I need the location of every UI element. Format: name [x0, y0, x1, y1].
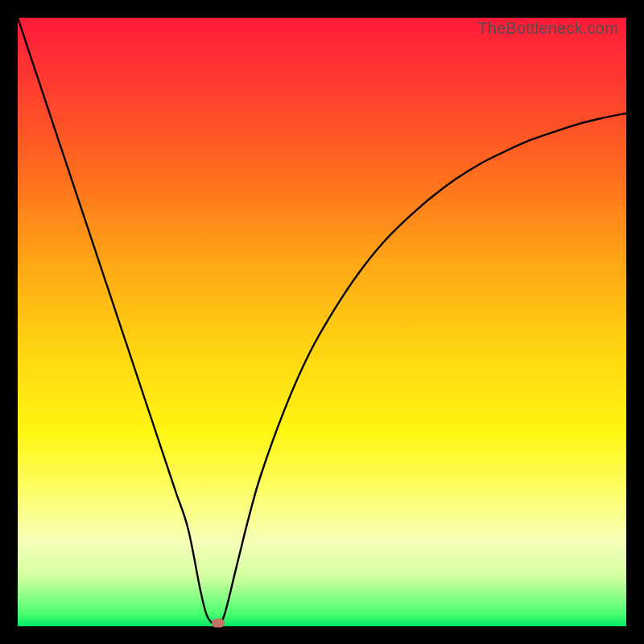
- plot-area: TheBottleneck.com: [18, 18, 626, 626]
- optimal-point-marker: [212, 619, 225, 628]
- bottleneck-curve: [18, 18, 626, 626]
- chart-frame: TheBottleneck.com: [0, 0, 644, 644]
